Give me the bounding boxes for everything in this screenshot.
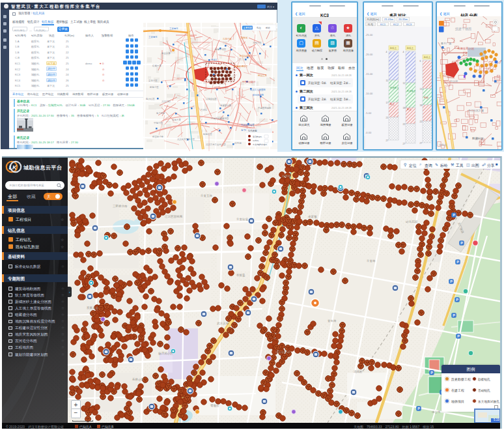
svg-text:三眼桥北路: 三眼桥北路	[113, 204, 128, 208]
svg-text:27: 27	[386, 139, 389, 142]
svg-text:第1类钻孔: 第1类钻孔	[253, 136, 262, 138]
svg-text:22: 22	[420, 121, 423, 123]
svg-text:黏土: 黏土	[407, 108, 412, 111]
svg-text:统建佳苑小区: 统建佳苑小区	[457, 47, 475, 50]
svg-text:老皇陂大厦: 老皇陂大厦	[220, 104, 232, 107]
svg-text:电力社区: 电力社区	[146, 98, 155, 100]
svg-text:粉砂: 粉砂	[424, 96, 428, 99]
svg-text:杂填土: 杂填土	[407, 47, 414, 50]
svg-text:青年汇: 青年汇	[211, 59, 218, 61]
svg-text:长港路: 长港路	[282, 175, 291, 178]
svg-text:已完孔: 已完孔	[253, 139, 259, 142]
svg-text:电子商务: 电子商务	[156, 111, 165, 115]
svg-text:统建栖澜酒店: 统建栖澜酒店	[234, 64, 248, 68]
svg-text:乌和小镇: 乌和小镇	[223, 37, 232, 40]
svg-text:杂填土: 杂填土	[390, 47, 397, 50]
svg-text:王家墩东: 王家墩东	[148, 36, 158, 38]
svg-text:18: 18	[420, 104, 423, 107]
svg-text:万松小区: 万松小区	[253, 41, 262, 44]
svg-text:汉口火车站: 汉口火车站	[275, 351, 290, 354]
svg-text:钻孔类型: 钻孔类型	[247, 129, 257, 132]
svg-text:妇幼保健院: 妇幼保健院	[252, 93, 264, 96]
svg-text:青年路: 青年路	[328, 319, 337, 322]
svg-text:常青五路: 常青五路	[201, 194, 213, 197]
svg-text:粉质黏土: 粉质黏土	[390, 86, 399, 89]
svg-text:统建千禧园: 统建千禧园	[215, 48, 227, 51]
svg-text:-25.00: -25.00	[365, 33, 373, 36]
svg-text:发展大道: 发展大道	[87, 306, 99, 309]
svg-text:27: 27	[420, 142, 423, 145]
svg-text:杂填土: 杂填土	[424, 56, 431, 59]
svg-text:21: 21	[386, 117, 389, 119]
svg-text:-5.00: -5.00	[365, 111, 372, 115]
svg-text:杨汊湖小区: 杨汊湖小区	[158, 351, 173, 355]
svg-text:12: 12	[403, 82, 406, 85]
svg-text:航空路小学: 航空路小学	[152, 135, 164, 138]
svg-text:黏土: 黏土	[390, 103, 395, 106]
svg-text:新业大厦: 新业大厦	[161, 52, 171, 55]
svg-text:孔位: 孔位	[257, 26, 261, 29]
svg-text:王家墩东: 王家墩东	[169, 27, 178, 30]
svg-text:-20.00: -20.00	[365, 53, 373, 56]
svg-text:粉质黏土: 粉质黏土	[407, 89, 416, 93]
svg-text:武汉长投国际小区: 武汉长投国际小区	[177, 137, 195, 141]
svg-text:22: 22	[403, 123, 406, 126]
svg-text:4: 4	[403, 51, 404, 53]
svg-text:-0.00: -0.00	[365, 131, 372, 134]
svg-text:常青路: 常青路	[367, 259, 376, 263]
svg-text:13: 13	[420, 88, 423, 91]
svg-text:11: 11	[386, 79, 389, 82]
svg-text:武电仪社区: 武电仪社区	[206, 98, 217, 100]
svg-text:4: 4	[386, 51, 387, 53]
svg-text:武汉市总工会幼儿园: 武汉市总工会幼儿园	[206, 143, 226, 146]
svg-text:江汉区国税局: 江汉区国税局	[165, 214, 183, 218]
svg-text:吉庆街: 吉庆街	[201, 109, 208, 111]
svg-text:同生正茂: 同生正茂	[258, 74, 267, 77]
svg-text:18: 18	[403, 107, 406, 109]
svg-text:41号侧: 41号侧	[234, 142, 242, 145]
svg-text:统建千禧园: 统建千禧园	[455, 27, 471, 31]
svg-text:-10.00: -10.00	[365, 92, 373, 95]
svg-text:中南万科御玺花园: 中南万科御玺花园	[211, 117, 229, 120]
svg-text:银墩街: 银墩街	[210, 403, 219, 408]
svg-text:船舶社区: 船舶社区	[203, 133, 212, 136]
svg-text:石桥小区: 石桥小区	[132, 377, 145, 381]
svg-text:武汉市儿童医院: 武汉市儿童医院	[250, 88, 266, 91]
svg-text:荣泰小区: 荣泰小区	[148, 79, 158, 82]
svg-text:中国农业银行: 中国农业银行	[242, 80, 256, 83]
svg-text:红旗大厦: 红旗大厦	[152, 64, 161, 67]
svg-text:水文地质试验孔: 水文地质试验孔	[253, 143, 268, 146]
svg-text:中共湖北省委: 中共湖北省委	[241, 123, 255, 126]
svg-text:27: 27	[403, 143, 406, 145]
svg-text:阿宝生煎馆: 阿宝生煎馆	[240, 55, 251, 57]
svg-text:燕南大厦: 燕南大厦	[172, 119, 181, 121]
svg-text:-15.00: -15.00	[365, 72, 373, 76]
svg-text:文化宫: 文化宫	[439, 143, 447, 147]
svg-text:武汉CBD: 武汉CBD	[161, 100, 171, 103]
svg-text:6: 6	[420, 60, 421, 63]
svg-text:标绘: 标绘	[265, 27, 270, 29]
svg-text:全景视图: 全景视图	[244, 26, 253, 29]
svg-text:站北花园: 站北花园	[406, 220, 417, 223]
svg-text:旭辉城: 旭辉城	[241, 36, 248, 39]
svg-text:LK: LK	[9, 164, 18, 171]
svg-text:17: 17	[386, 102, 389, 104]
svg-text:邮电小区: 邮电小区	[150, 85, 159, 89]
svg-text:武汉天地: 武汉天地	[217, 322, 229, 325]
svg-text:张公堤: 张公堤	[432, 410, 441, 414]
svg-text:华瑞小区: 华瑞小区	[154, 121, 163, 124]
svg-text:中南医院体检: 中南医院体检	[258, 106, 272, 109]
